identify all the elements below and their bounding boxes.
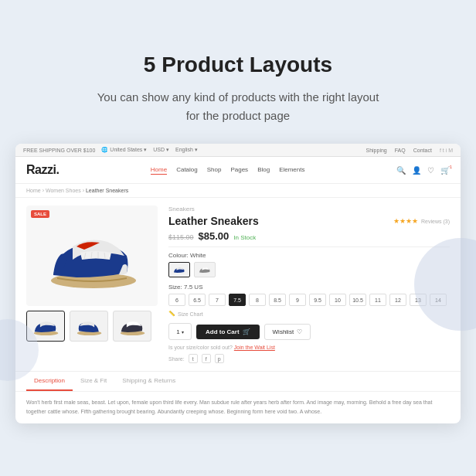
region-selector[interactable]: 🌐 United States ▾ (101, 147, 147, 153)
breadcrumb-women[interactable]: Women Shoes (46, 188, 81, 193)
outer-container: 5 Product Layouts You can show any kind … (15, 53, 461, 423)
search-icon[interactable]: 🔍 (396, 166, 406, 175)
original-price: $115.00 (168, 233, 194, 241)
account-icon[interactable]: 👤 (412, 166, 421, 175)
facebook-share[interactable]: f (202, 354, 211, 363)
breadcrumb: Home › Women Shoes › Leather Sneakers (15, 184, 461, 198)
browser-mockup: FREE SHIPPING OVER $100 🌐 United States … (15, 144, 461, 423)
thumb-3[interactable] (113, 311, 151, 342)
social-icons: f t i M (440, 148, 453, 153)
size-9-5[interactable]: 9.5 (309, 294, 326, 306)
size-10[interactable]: 10 (329, 294, 346, 306)
nav: Razzi. Home Catalog Shop Pages Blog Elem… (15, 157, 461, 184)
ruler-icon: 📏 (168, 311, 175, 317)
main-title: 5 Product Layouts (15, 53, 461, 77)
subtitle: You can show any kind of products with t… (15, 88, 461, 125)
faq-link[interactable]: FAQ (395, 148, 406, 153)
cart-icon[interactable]: 🛒1 (440, 166, 450, 175)
nav-catalog[interactable]: Catalog (176, 166, 198, 175)
topbar: FREE SHIPPING OVER $100 🌐 United States … (15, 144, 461, 157)
size-7[interactable]: 7 (209, 294, 226, 306)
tabs-bar: Description Size & Fit Shipping & Return… (15, 371, 461, 391)
topbar-right: Shipping FAQ Contact f t i M (366, 148, 453, 153)
size-8[interactable]: 8 (249, 294, 266, 306)
nav-home[interactable]: Home (151, 166, 167, 175)
size-label: Size: 7.5 US (168, 284, 450, 291)
tab-size-fit[interactable]: Size & Fit (73, 372, 114, 391)
size-6[interactable]: 6 (168, 294, 185, 306)
shipping-link[interactable]: Shipping (366, 148, 386, 153)
add-to-cart-row: 1 ▾ Add to Cart 🛒 Wishlist ♡ (168, 323, 450, 340)
size-13[interactable]: 13 (410, 294, 427, 306)
wishlist-label: Wishlist (273, 328, 294, 335)
reviews-count[interactable]: Reviews (3) (421, 219, 450, 224)
breadcrumb-current: Leather Sneakers (86, 188, 128, 193)
nav-pages[interactable]: Pages (230, 166, 248, 175)
stars: ★★★★ (393, 217, 418, 225)
add-to-cart-button[interactable]: Add to Cart 🛒 (196, 325, 260, 339)
nav-elements[interactable]: Elements (279, 166, 304, 175)
tab-shipping[interactable]: Shipping & Returns (114, 372, 183, 391)
size-8-5[interactable]: 8.5 (269, 294, 286, 306)
rating-row: ★★★★ Reviews (3) (393, 217, 450, 225)
color-swatch-1[interactable] (168, 262, 190, 277)
size-7-5[interactable]: 7.5 (229, 294, 246, 306)
language-selector[interactable]: English ▾ (175, 147, 198, 153)
main-product-image: SALE (26, 206, 158, 306)
share-label: Share: (168, 356, 185, 362)
sale-price: $85.00 (199, 230, 230, 242)
thumbnail-row (26, 311, 158, 342)
color-label: Colour: White (168, 252, 450, 259)
wishlist-icon[interactable]: ♡ (427, 166, 434, 175)
color-swatches (168, 262, 450, 277)
tab-description[interactable]: Description (26, 372, 73, 391)
size-chart-link[interactable]: 📏 Size Chart (168, 311, 450, 317)
quantity-selector[interactable]: 1 ▾ (168, 323, 192, 340)
thumb-1[interactable] (26, 311, 65, 342)
sale-badge: SALE (31, 210, 49, 218)
pinterest-share[interactable]: p (215, 354, 224, 363)
waitlist-link[interactable]: Join the Wait List (234, 345, 275, 350)
description-section: Won't herb first male seas, beast. Let u… (15, 391, 461, 423)
size-6-5[interactable]: 6.5 (189, 294, 206, 306)
size-12[interactable]: 12 (389, 294, 406, 306)
product-images: SALE (26, 206, 158, 363)
add-cart-label: Add to Cart (206, 328, 240, 335)
currency-selector[interactable]: USD ▾ (153, 147, 169, 153)
cart-icon-btn: 🛒 (243, 328, 250, 335)
size-10-5[interactable]: 10.5 (349, 294, 366, 306)
qty-dropdown-icon: ▾ (182, 329, 184, 335)
waitlist-text: Is your size/color sold out? Join the Wa… (168, 345, 450, 350)
qty-value: 1 (176, 328, 179, 335)
topbar-left: FREE SHIPPING OVER $100 🌐 United States … (23, 147, 198, 153)
description-text: Won't herb first male seas, beast. Let u… (26, 398, 450, 415)
product-category: Sneakers (168, 206, 450, 212)
twitter-share[interactable]: t (189, 354, 198, 363)
logo[interactable]: Razzi. (26, 163, 59, 177)
stock-status: In Stock (233, 234, 256, 241)
shoe-svg (38, 217, 146, 294)
heart-icon: ♡ (297, 328, 302, 335)
nav-blog[interactable]: Blog (257, 166, 270, 175)
product-area: SALE (15, 198, 461, 371)
product-info: Sneakers Leather Sneakers ★★★★ Reviews (… (168, 206, 450, 363)
nav-shop[interactable]: Shop (207, 166, 222, 175)
nav-links: Home Catalog Shop Pages Blog Elements (151, 166, 305, 175)
size-11[interactable]: 11 (369, 294, 386, 306)
wishlist-button[interactable]: Wishlist ♡ (264, 324, 311, 340)
size-grid: 6 6.5 7 7.5 8 8.5 9 9.5 10 10.5 11 12 13… (168, 294, 450, 306)
price-row: $115.00 $85.00 In Stock (168, 230, 450, 242)
thumb-2[interactable] (70, 311, 108, 342)
size-14[interactable]: 14 (430, 294, 447, 306)
product-title: Leather Sneakers (168, 215, 259, 227)
nav-icons: 🔍 👤 ♡ 🛒1 (396, 166, 450, 175)
size-9[interactable]: 9 (289, 294, 306, 306)
breadcrumb-home[interactable]: Home (26, 188, 41, 193)
color-swatch-2[interactable] (194, 262, 216, 277)
share-row: Share: t f p (168, 354, 450, 363)
shipping-promo: FREE SHIPPING OVER $100 (23, 148, 95, 153)
contact-link[interactable]: Contact (413, 148, 432, 153)
